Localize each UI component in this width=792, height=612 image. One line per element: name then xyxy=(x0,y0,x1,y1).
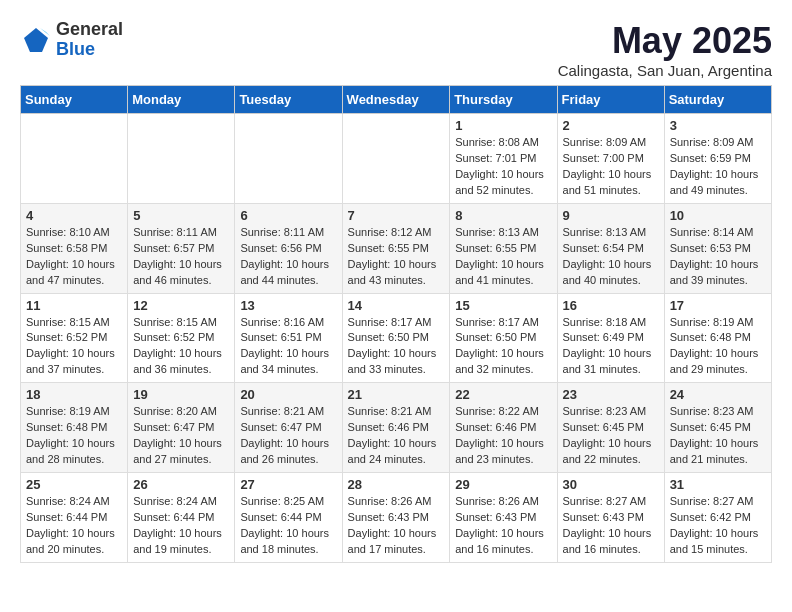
day-info: Sunrise: 8:16 AMSunset: 6:51 PMDaylight:… xyxy=(240,315,336,379)
day-info: Sunrise: 8:15 AMSunset: 6:52 PMDaylight:… xyxy=(133,315,229,379)
svg-marker-0 xyxy=(24,28,48,52)
day-number: 5 xyxy=(133,208,229,223)
day-info: Sunrise: 8:26 AMSunset: 6:43 PMDaylight:… xyxy=(348,494,445,558)
col-wednesday: Wednesday xyxy=(342,86,450,114)
day-number: 21 xyxy=(348,387,445,402)
table-row xyxy=(21,114,128,204)
day-info: Sunrise: 8:11 AMSunset: 6:56 PMDaylight:… xyxy=(240,225,336,289)
day-info: Sunrise: 8:27 AMSunset: 6:43 PMDaylight:… xyxy=(563,494,659,558)
logo: General Blue xyxy=(20,20,123,60)
day-number: 18 xyxy=(26,387,122,402)
day-info: Sunrise: 8:25 AMSunset: 6:44 PMDaylight:… xyxy=(240,494,336,558)
table-row: 20Sunrise: 8:21 AMSunset: 6:47 PMDayligh… xyxy=(235,383,342,473)
day-info: Sunrise: 8:22 AMSunset: 6:46 PMDaylight:… xyxy=(455,404,551,468)
day-number: 30 xyxy=(563,477,659,492)
day-number: 25 xyxy=(26,477,122,492)
calendar-week-1: 1Sunrise: 8:08 AMSunset: 7:01 PMDaylight… xyxy=(21,114,772,204)
day-info: Sunrise: 8:20 AMSunset: 6:47 PMDaylight:… xyxy=(133,404,229,468)
logo-general-text: General xyxy=(56,20,123,40)
table-row: 26Sunrise: 8:24 AMSunset: 6:44 PMDayligh… xyxy=(128,473,235,563)
location-subtitle: Calingasta, San Juan, Argentina xyxy=(558,62,772,79)
table-row: 21Sunrise: 8:21 AMSunset: 6:46 PMDayligh… xyxy=(342,383,450,473)
day-number: 14 xyxy=(348,298,445,313)
day-number: 19 xyxy=(133,387,229,402)
calendar-week-3: 11Sunrise: 8:15 AMSunset: 6:52 PMDayligh… xyxy=(21,293,772,383)
col-monday: Monday xyxy=(128,86,235,114)
table-row: 29Sunrise: 8:26 AMSunset: 6:43 PMDayligh… xyxy=(450,473,557,563)
day-number: 28 xyxy=(348,477,445,492)
day-number: 29 xyxy=(455,477,551,492)
day-number: 3 xyxy=(670,118,766,133)
table-row: 7Sunrise: 8:12 AMSunset: 6:55 PMDaylight… xyxy=(342,203,450,293)
day-number: 4 xyxy=(26,208,122,223)
day-info: Sunrise: 8:21 AMSunset: 6:47 PMDaylight:… xyxy=(240,404,336,468)
day-info: Sunrise: 8:23 AMSunset: 6:45 PMDaylight:… xyxy=(670,404,766,468)
day-info: Sunrise: 8:24 AMSunset: 6:44 PMDaylight:… xyxy=(26,494,122,558)
page: General Blue May 2025 Calingasta, San Ju… xyxy=(0,0,792,573)
col-thursday: Thursday xyxy=(450,86,557,114)
table-row: 10Sunrise: 8:14 AMSunset: 6:53 PMDayligh… xyxy=(664,203,771,293)
logo-text: General Blue xyxy=(56,20,123,60)
header: General Blue May 2025 Calingasta, San Ju… xyxy=(20,20,772,79)
day-number: 16 xyxy=(563,298,659,313)
day-info: Sunrise: 8:08 AMSunset: 7:01 PMDaylight:… xyxy=(455,135,551,199)
calendar-week-5: 25Sunrise: 8:24 AMSunset: 6:44 PMDayligh… xyxy=(21,473,772,563)
day-info: Sunrise: 8:24 AMSunset: 6:44 PMDaylight:… xyxy=(133,494,229,558)
logo-icon xyxy=(20,24,52,56)
day-info: Sunrise: 8:12 AMSunset: 6:55 PMDaylight:… xyxy=(348,225,445,289)
day-info: Sunrise: 8:26 AMSunset: 6:43 PMDaylight:… xyxy=(455,494,551,558)
table-row: 25Sunrise: 8:24 AMSunset: 6:44 PMDayligh… xyxy=(21,473,128,563)
day-info: Sunrise: 8:27 AMSunset: 6:42 PMDaylight:… xyxy=(670,494,766,558)
calendar-table: Sunday Monday Tuesday Wednesday Thursday… xyxy=(20,85,772,563)
day-number: 20 xyxy=(240,387,336,402)
table-row: 31Sunrise: 8:27 AMSunset: 6:42 PMDayligh… xyxy=(664,473,771,563)
day-info: Sunrise: 8:09 AMSunset: 6:59 PMDaylight:… xyxy=(670,135,766,199)
day-number: 23 xyxy=(563,387,659,402)
day-number: 31 xyxy=(670,477,766,492)
month-title: May 2025 xyxy=(558,20,772,62)
table-row: 9Sunrise: 8:13 AMSunset: 6:54 PMDaylight… xyxy=(557,203,664,293)
col-saturday: Saturday xyxy=(664,86,771,114)
col-sunday: Sunday xyxy=(21,86,128,114)
table-row: 11Sunrise: 8:15 AMSunset: 6:52 PMDayligh… xyxy=(21,293,128,383)
day-number: 7 xyxy=(348,208,445,223)
title-block: May 2025 Calingasta, San Juan, Argentina xyxy=(558,20,772,79)
table-row: 3Sunrise: 8:09 AMSunset: 6:59 PMDaylight… xyxy=(664,114,771,204)
table-row: 18Sunrise: 8:19 AMSunset: 6:48 PMDayligh… xyxy=(21,383,128,473)
table-row: 15Sunrise: 8:17 AMSunset: 6:50 PMDayligh… xyxy=(450,293,557,383)
day-info: Sunrise: 8:19 AMSunset: 6:48 PMDaylight:… xyxy=(670,315,766,379)
day-number: 26 xyxy=(133,477,229,492)
day-number: 9 xyxy=(563,208,659,223)
day-info: Sunrise: 8:14 AMSunset: 6:53 PMDaylight:… xyxy=(670,225,766,289)
table-row: 16Sunrise: 8:18 AMSunset: 6:49 PMDayligh… xyxy=(557,293,664,383)
calendar-week-2: 4Sunrise: 8:10 AMSunset: 6:58 PMDaylight… xyxy=(21,203,772,293)
table-row: 19Sunrise: 8:20 AMSunset: 6:47 PMDayligh… xyxy=(128,383,235,473)
day-info: Sunrise: 8:18 AMSunset: 6:49 PMDaylight:… xyxy=(563,315,659,379)
table-row: 27Sunrise: 8:25 AMSunset: 6:44 PMDayligh… xyxy=(235,473,342,563)
day-number: 12 xyxy=(133,298,229,313)
col-friday: Friday xyxy=(557,86,664,114)
table-row: 6Sunrise: 8:11 AMSunset: 6:56 PMDaylight… xyxy=(235,203,342,293)
day-info: Sunrise: 8:15 AMSunset: 6:52 PMDaylight:… xyxy=(26,315,122,379)
day-number: 22 xyxy=(455,387,551,402)
table-row: 4Sunrise: 8:10 AMSunset: 6:58 PMDaylight… xyxy=(21,203,128,293)
table-row: 5Sunrise: 8:11 AMSunset: 6:57 PMDaylight… xyxy=(128,203,235,293)
table-row: 12Sunrise: 8:15 AMSunset: 6:52 PMDayligh… xyxy=(128,293,235,383)
calendar-header-row: Sunday Monday Tuesday Wednesday Thursday… xyxy=(21,86,772,114)
table-row: 22Sunrise: 8:22 AMSunset: 6:46 PMDayligh… xyxy=(450,383,557,473)
day-info: Sunrise: 8:23 AMSunset: 6:45 PMDaylight:… xyxy=(563,404,659,468)
day-number: 8 xyxy=(455,208,551,223)
day-number: 15 xyxy=(455,298,551,313)
table-row xyxy=(235,114,342,204)
calendar-week-4: 18Sunrise: 8:19 AMSunset: 6:48 PMDayligh… xyxy=(21,383,772,473)
table-row: 13Sunrise: 8:16 AMSunset: 6:51 PMDayligh… xyxy=(235,293,342,383)
day-info: Sunrise: 8:09 AMSunset: 7:00 PMDaylight:… xyxy=(563,135,659,199)
day-info: Sunrise: 8:19 AMSunset: 6:48 PMDaylight:… xyxy=(26,404,122,468)
day-info: Sunrise: 8:17 AMSunset: 6:50 PMDaylight:… xyxy=(455,315,551,379)
table-row: 8Sunrise: 8:13 AMSunset: 6:55 PMDaylight… xyxy=(450,203,557,293)
day-number: 10 xyxy=(670,208,766,223)
day-info: Sunrise: 8:13 AMSunset: 6:54 PMDaylight:… xyxy=(563,225,659,289)
logo-blue-text: Blue xyxy=(56,40,123,60)
day-info: Sunrise: 8:17 AMSunset: 6:50 PMDaylight:… xyxy=(348,315,445,379)
table-row: 17Sunrise: 8:19 AMSunset: 6:48 PMDayligh… xyxy=(664,293,771,383)
